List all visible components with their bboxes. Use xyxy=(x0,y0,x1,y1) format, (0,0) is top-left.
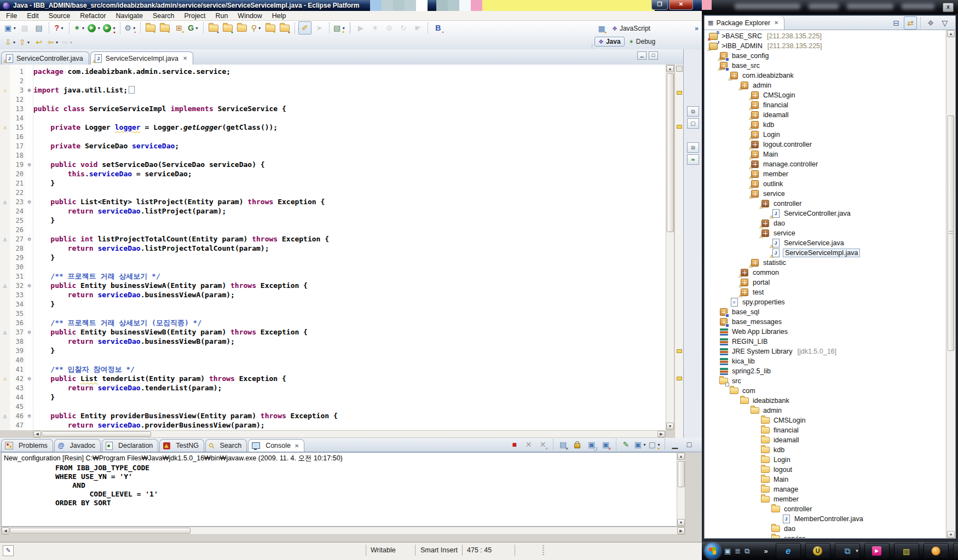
code-line-33[interactable]: 33 return serviceDao.businessViewA(param… xyxy=(0,290,666,299)
code-text[interactable]: return serviceDao.listProjectTotalCount(… xyxy=(33,244,269,252)
dropdown-arrow-icon[interactable]: ▼ xyxy=(69,41,73,44)
code-line-30[interactable]: 30 xyxy=(0,262,666,272)
dropdown-arrow-icon[interactable]: ▼ xyxy=(643,443,647,447)
tree-item-member[interactable]: ⚠member xyxy=(705,169,945,179)
tree-item-admin[interactable]: admin xyxy=(705,406,945,415)
menu-source[interactable]: Source xyxy=(44,11,76,20)
console-vscrollbar[interactable]: ▲ ▼ xyxy=(677,452,685,527)
package-explorer-tab[interactable]: ▦ Package Explorer ✕ xyxy=(705,16,784,30)
save-button[interactable]: ▦ xyxy=(18,21,31,34)
warning-overview-mark[interactable] xyxy=(677,91,682,95)
warning-overview-mark[interactable] xyxy=(677,349,682,353)
dropdown-arrow-icon[interactable]: ▼ xyxy=(97,26,101,30)
warning-overview-mark[interactable] xyxy=(677,125,682,129)
console-vscroll-thumb[interactable] xyxy=(678,461,685,487)
tree-item-kdb[interactable]: ⚠kdb xyxy=(705,120,945,130)
filters-button[interactable]: ❖ xyxy=(924,16,937,30)
console-scroll-left-arrow[interactable]: ◀ xyxy=(2,527,9,534)
code-line-18[interactable]: 18 xyxy=(0,151,666,160)
outline-view-icon[interactable]: ❧ xyxy=(687,154,699,165)
code-line-46[interactable]: △46⊖ public Entity providerBusinessView(… xyxy=(0,411,666,420)
code-line-38[interactable]: 38 return serviceDao.businessViewB(param… xyxy=(0,337,666,346)
terminate-button[interactable]: ■ xyxy=(508,438,521,451)
code-line-28[interactable]: 28 return serviceDao.listProjectTotalCou… xyxy=(0,244,666,253)
code-text[interactable]: public List tenderList(Entity param) thr… xyxy=(33,374,286,383)
code-text[interactable]: } xyxy=(33,393,55,401)
code-editor[interactable]: 1package com.ideabizbank.admin.service.s… xyxy=(0,65,666,430)
code-line-42[interactable]: ⚠42⊖ public List tenderList(Entity param… xyxy=(0,374,666,383)
fold-collapse-icon[interactable]: ⊖ xyxy=(25,161,33,168)
tree-item-servicecontroller-java[interactable]: J⚠ServiceController.java xyxy=(705,209,945,218)
code-line-45[interactable]: 45 xyxy=(0,402,666,411)
tree-item-base-config[interactable]: ⚠base_config xyxy=(705,51,945,61)
code-line-39[interactable]: 39 } xyxy=(0,346,666,355)
code-text[interactable]: } xyxy=(33,216,55,224)
right-window-title-bar[interactable]: x xyxy=(702,0,958,14)
tree-item-member[interactable]: member xyxy=(705,494,945,504)
maximize-editor-button[interactable]: ▢ xyxy=(649,51,658,60)
tree-item-membercontroller-java[interactable]: JMemberController.java xyxy=(705,514,945,524)
new-wizard-button[interactable]: ▣▼ xyxy=(4,21,17,34)
menu-file[interactable]: File xyxy=(1,11,22,20)
code-line-2[interactable]: 2 xyxy=(0,76,666,85)
menu-edit[interactable]: Edit xyxy=(22,11,44,20)
scroll-left-arrow[interactable]: ◀ xyxy=(33,431,41,437)
tree-item-dao[interactable]: dao xyxy=(705,524,945,534)
tree-item-com-ideabizbank[interactable]: ⚠com.ideabizbank xyxy=(705,71,945,80)
new-class-button[interactable]: ⊞✦ xyxy=(172,21,186,34)
tree-item-login[interactable]: Login xyxy=(705,455,945,465)
tree-item-financial[interactable]: financial xyxy=(705,425,945,435)
code-line-27[interactable]: △27⊖ public int listProjectTotalCount(En… xyxy=(0,234,666,244)
tree-item-spring2-5-lib[interactable]: spring2.5_lib xyxy=(705,366,945,376)
code-line-36[interactable]: 36 /** 프로젝트 거래 상세보기 (모집직종) */ xyxy=(0,318,666,327)
code-line-23[interactable]: △23⊖ public List<Entity> listProject(Ent… xyxy=(0,197,666,206)
start-button[interactable] xyxy=(705,543,720,559)
link-with-editor-button[interactable]: ⇄ xyxy=(904,16,917,30)
code-text[interactable]: public Entity businessViewA(Entity param… xyxy=(33,281,308,290)
restore-window-button[interactable]: ❐ xyxy=(651,0,668,10)
fast-view-toggle[interactable]: ✎ xyxy=(3,545,14,556)
dropdown-arrow-icon[interactable]: ▼ xyxy=(342,26,345,30)
editor-vscrollbar[interactable]: ▲ ▼ xyxy=(666,65,674,430)
open-console-button[interactable]: ▢✦▼ xyxy=(648,438,661,451)
code-text[interactable]: private Logger logger = Logger.getLogger… xyxy=(33,123,278,131)
tree-item-ideabizbank[interactable]: ideabizbank xyxy=(705,396,945,406)
tab-search[interactable]: ⚲Search xyxy=(205,439,247,452)
code-line-24[interactable]: 24 return serviceDao.listProject(param); xyxy=(0,206,666,216)
collapse-all-button[interactable]: ⊟ xyxy=(890,16,903,30)
display-selected-console-button[interactable]: ▣▼ xyxy=(634,438,647,451)
switch-windows-button[interactable]: ⧉ xyxy=(745,547,749,556)
tree-item-portal[interactable]: ⚠portal xyxy=(705,278,945,287)
code-line-40[interactable]: 40 xyxy=(0,355,666,365)
code-text[interactable]: } xyxy=(33,300,55,308)
menu-search[interactable]: Search xyxy=(148,11,180,20)
close-tab-icon[interactable]: ✕ xyxy=(183,55,187,61)
remove-launch-button[interactable]: ✕ xyxy=(522,438,535,451)
search-button[interactable]: ⚲▼ xyxy=(250,21,263,34)
show-desktop-button[interactable]: ▣ xyxy=(724,547,731,555)
run-external-button[interactable]: ▶●▼ xyxy=(102,21,117,34)
code-text[interactable]: public int listProjectTotalCount(Entity … xyxy=(33,235,329,243)
tree-item-controller[interactable]: ⚠controller xyxy=(705,199,945,209)
resume-button[interactable]: ▶ xyxy=(354,21,367,34)
tree-item-dao[interactable]: ⚠dao xyxy=(705,218,945,228)
dropdown-arrow-icon[interactable]: ▼ xyxy=(13,26,16,30)
code-text[interactable]: } xyxy=(33,253,55,262)
package-explorer-tree[interactable]: S✕>BASE_SRC[211.238.135.225]J⚠>IBB_ADMIN… xyxy=(705,30,945,538)
fold-expand-icon[interactable]: ⊕ xyxy=(25,87,33,93)
minimize-panel-button[interactable]: ▁ xyxy=(668,438,682,451)
restore-outline-icon[interactable]: ⧉ xyxy=(687,142,699,153)
code-text[interactable]: /** 프로젝트 거래 상세보기 (모집직종) */ xyxy=(33,318,201,328)
code-text[interactable]: public Entity businessViewB(Entity param… xyxy=(33,328,308,336)
tree-item-main[interactable]: Main xyxy=(705,475,945,484)
tree-item-manage-controller[interactable]: ⚠manage.controller xyxy=(705,159,945,169)
open-search-dialog-button[interactable]: ?▼ xyxy=(53,21,66,34)
open-type-button[interactable]: ● xyxy=(207,21,220,34)
code-line-13[interactable]: 13public class ServiceServiceImpl implem… xyxy=(0,104,666,113)
tab-declaration[interactable]: Declaration xyxy=(102,439,158,452)
code-text[interactable]: public Entity providerBusinessView(Entit… xyxy=(33,412,338,420)
maximize-editor-icon[interactable]: ▢ xyxy=(687,118,699,129)
code-line-35[interactable]: 35 xyxy=(0,309,666,318)
code-line-22[interactable]: 22 xyxy=(0,188,666,197)
code-line-19[interactable]: 19⊖ public void setServiceDao(ServiceDao… xyxy=(0,160,666,169)
